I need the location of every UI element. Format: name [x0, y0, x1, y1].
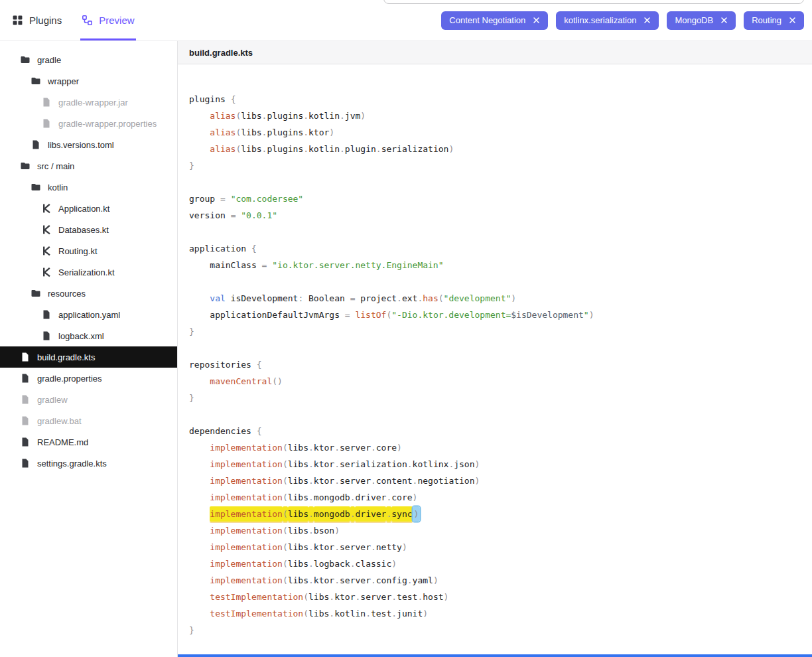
- close-icon[interactable]: [643, 17, 651, 24]
- chip-label: kotlinx.serialization: [564, 15, 636, 25]
- tree-item-application-yaml[interactable]: application.yaml: [0, 304, 177, 325]
- tree-item-serialization-kt[interactable]: Serialization.kt: [0, 261, 177, 283]
- code-token: isDevelopment: [226, 293, 299, 303]
- tree-item-wrapper[interactable]: wrapper: [0, 70, 177, 92]
- code-token: classic: [355, 559, 391, 569]
- chip-label: MongoDB: [675, 15, 713, 25]
- kotlin-icon: [41, 246, 52, 256]
- code-token: (): [272, 376, 283, 386]
- code-token: libs: [288, 492, 308, 502]
- file-label: gradlew: [37, 395, 68, 405]
- tree-item-application-kt[interactable]: Application.kt: [0, 198, 177, 219]
- file-label: libs.versions.toml: [48, 140, 114, 150]
- folder-icon: [31, 288, 41, 299]
- code-token: plugins: [267, 144, 303, 154]
- code-token: [189, 144, 210, 154]
- code-token: kotlin: [334, 609, 366, 619]
- code-token: Boolean: [308, 293, 350, 303]
- tree-item-gradle[interactable]: gradle: [0, 49, 177, 70]
- tree-item-gradlew-bat[interactable]: gradlew.bat: [0, 410, 177, 431]
- code-token: =: [350, 293, 361, 303]
- code-token: ktor: [334, 592, 355, 602]
- tree-item-gradlew[interactable]: gradlew: [0, 389, 177, 410]
- code-token: server: [340, 443, 371, 453]
- code-token: .: [308, 559, 314, 569]
- tree-item-libs-versions-toml[interactable]: libs.versions.toml: [0, 134, 177, 155]
- filter-chip-routing[interactable]: Routing: [744, 11, 804, 30]
- tree-item-kotlin[interactable]: kotlin: [0, 177, 177, 198]
- code-line: implementation(libs.mongodb.driver.core): [189, 489, 812, 506]
- code-token: =: [345, 310, 356, 320]
- code-token: alias: [210, 127, 236, 137]
- code-line: application {: [189, 240, 812, 257]
- code-token: ktor: [308, 127, 329, 137]
- code-token: plugin: [345, 144, 376, 154]
- file-label: settings.gradle.kts: [37, 459, 107, 469]
- code-token: .: [308, 476, 314, 486]
- code-token: jvm: [345, 111, 360, 121]
- code-token: version: [189, 210, 231, 220]
- tree-item-gradle-wrapper-jar[interactable]: gradle-wrapper.jar: [0, 92, 177, 113]
- code-token: .: [371, 476, 376, 486]
- tab-preview[interactable]: Preview: [80, 0, 135, 40]
- code-line: implementation(libs.ktor.serialization.k…: [189, 456, 812, 473]
- document-icon: [20, 415, 31, 426]
- code-token: (: [283, 542, 288, 552]
- code-token: .: [334, 459, 340, 469]
- code-token: (: [439, 293, 444, 303]
- code-token: [189, 111, 210, 121]
- filter-chip-kotlinx-serialization[interactable]: kotlinx.serialization: [556, 11, 659, 30]
- code-token: applicationDefaultJvmArgs: [189, 310, 345, 320]
- code-token: [189, 509, 210, 519]
- folder-icon: [20, 161, 31, 171]
- code-token: kotlin: [308, 111, 340, 121]
- tree-item-logback-xml[interactable]: logback.xml: [0, 325, 177, 346]
- file-label: logback.xml: [58, 331, 104, 341]
- tree-item-gradle-wrapper-properties[interactable]: gradle-wrapper.properties: [0, 113, 177, 134]
- document-icon: [41, 330, 52, 341]
- code-token: sync: [391, 506, 412, 522]
- tree-item-gradle-properties[interactable]: gradle.properties: [0, 368, 177, 389]
- code-token: test: [397, 592, 417, 602]
- code-token: ext: [402, 293, 417, 303]
- kotlin-icon: [41, 267, 52, 277]
- code-token: libs: [288, 506, 308, 522]
- code-token: netty: [376, 542, 402, 552]
- code-token: logback: [314, 559, 350, 569]
- code-token: implementation: [210, 526, 283, 536]
- code-token: ktor: [314, 459, 334, 469]
- code-token: .: [371, 443, 376, 453]
- close-icon[interactable]: [720, 17, 728, 24]
- code-token: [189, 609, 210, 619]
- code-token: mavenCentral: [210, 376, 272, 386]
- filter-chip-mongodb[interactable]: MongoDB: [667, 11, 736, 30]
- tree-item-settings-gradle-kts[interactable]: settings.gradle.kts: [0, 453, 177, 474]
- code-line: testImplementation(libs.kotlin.test.juni…: [189, 605, 812, 622]
- tree-item-databases-kt[interactable]: Databases.kt: [0, 219, 177, 240]
- filter-chip-content-negotiation[interactable]: Content Negotiation: [441, 11, 548, 30]
- close-icon[interactable]: [789, 17, 796, 24]
- code-token: kotlinx: [413, 459, 449, 469]
- code-token: plugins: [267, 127, 303, 137]
- tree-item-resources[interactable]: resources: [0, 283, 177, 304]
- code-line: alias(libs.plugins.kotlin.plugin.seriali…: [189, 141, 812, 157]
- code-token: .: [308, 443, 314, 453]
- tab-plugins[interactable]: Plugins: [11, 0, 63, 40]
- code-token: .: [397, 293, 402, 303]
- close-icon[interactable]: [533, 17, 540, 24]
- tree-item-readme-md[interactable]: README.md: [0, 431, 177, 453]
- file-label: src / main: [37, 161, 74, 171]
- search-input[interactable]: [383, 0, 804, 4]
- tree-item-src-main[interactable]: src / main: [0, 155, 177, 177]
- tree-item-build-gradle-kts[interactable]: build.gradle.kts: [0, 346, 177, 368]
- code-token: ): [433, 575, 439, 585]
- kotlin-icon: [41, 203, 52, 214]
- code-token: [189, 575, 210, 585]
- code-token: libs: [288, 559, 308, 569]
- code-token: $isDevelopment: [511, 310, 584, 320]
- document-icon: [41, 309, 52, 320]
- code-viewer[interactable]: plugins { alias(libs.plugins.kotlin.jvm)…: [178, 64, 812, 657]
- file-tree: gradlewrappergradle-wrapper.jargradle-wr…: [0, 41, 178, 657]
- tree-item-routing-kt[interactable]: Routing.kt: [0, 240, 177, 261]
- tab-label: Plugins: [29, 15, 62, 26]
